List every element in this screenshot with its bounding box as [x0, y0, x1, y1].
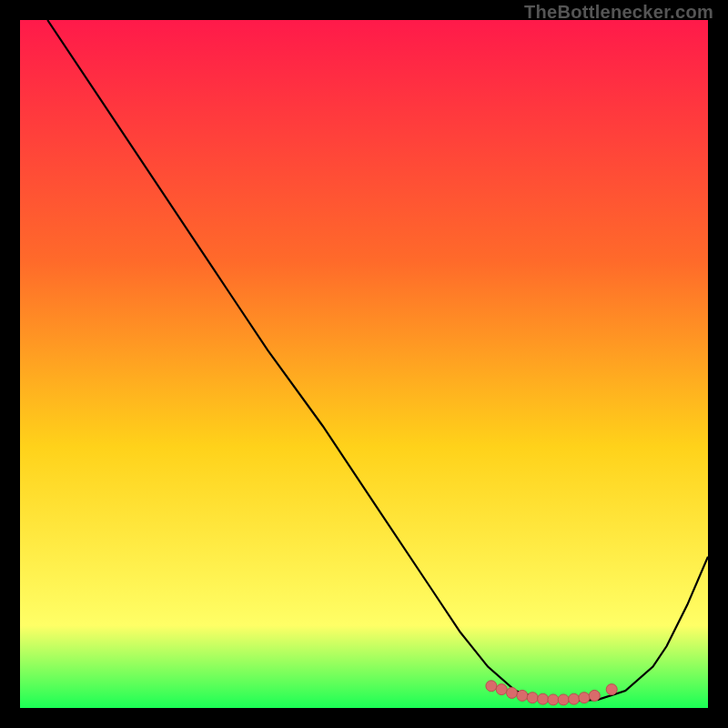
marker-dot — [527, 693, 538, 703]
marker-dot — [507, 687, 518, 698]
chart-svg — [20, 20, 708, 708]
marker-dot — [517, 690, 528, 701]
gradient-background — [20, 20, 708, 708]
chart-plot-area — [20, 20, 708, 708]
marker-dot — [548, 694, 559, 705]
marker-dot — [496, 684, 507, 695]
marker-dot — [589, 690, 600, 701]
marker-dot — [486, 681, 497, 692]
marker-dot — [579, 693, 590, 703]
marker-dot — [538, 693, 549, 704]
marker-dot — [606, 684, 617, 695]
marker-dot — [558, 694, 569, 705]
marker-dot — [569, 693, 580, 704]
